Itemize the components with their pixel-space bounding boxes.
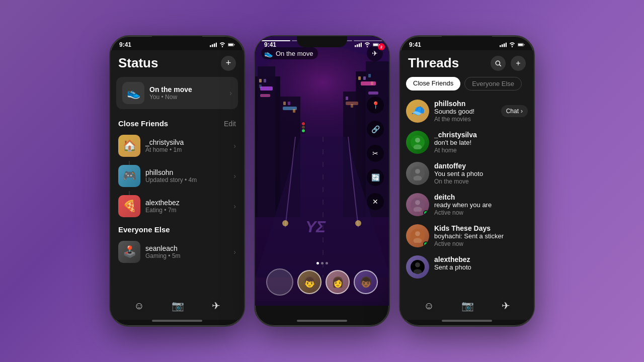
info-phillsohn: phillsohn Updated story • 4m	[145, 168, 228, 184]
thread-item-dantoffey[interactable]: dantoffey You sent a photo On the move	[400, 158, 534, 189]
thread-item-christysilva[interactable]: _christysilva don't be late! At home	[400, 127, 534, 158]
status-item-christysilva[interactable]: 🏠 _christysilva At home • 1m ›	[110, 131, 244, 161]
status-item-phillsohn[interactable]: 🎮 phillsohn Updated story • 4m ›	[110, 161, 244, 191]
svg-rect-1	[212, 44, 213, 47]
story-close-button[interactable]: ✕	[367, 193, 384, 210]
active-dot-deitch	[423, 210, 429, 216]
info-thread-dantoffey: dantoffey You sent a photo On the move	[434, 162, 528, 185]
svg-rect-6	[228, 44, 233, 46]
everyone-else-header: Everyone Else	[110, 221, 244, 237]
svg-rect-3	[216, 43, 217, 47]
story-link-button[interactable]: 🔗	[367, 121, 384, 138]
threads-tabs: Close Friends Everyone Else	[400, 75, 534, 96]
svg-rect-34	[358, 76, 361, 80]
deitch-avatar-img	[411, 198, 425, 212]
svg-rect-37	[371, 81, 373, 85]
status-icons-3	[500, 42, 525, 47]
story-avatar-0[interactable]	[266, 268, 293, 296]
avatar-thread-phillsohn: 🧢	[406, 100, 429, 123]
status-icons-1	[210, 42, 235, 47]
thread-item-alexthebez-3[interactable]: alexthebez Sent a photo	[400, 251, 534, 283]
avatar-thread-christysilva	[406, 131, 429, 154]
svg-rect-13	[373, 44, 378, 46]
info-seanleach: seanleach Gaming • 5m	[145, 244, 228, 259]
svg-rect-0	[210, 45, 211, 47]
nav-emoji-1[interactable]: ☺	[134, 300, 144, 312]
svg-rect-32	[288, 102, 290, 105]
svg-rect-5	[234, 44, 234, 45]
svg-rect-8	[357, 44, 358, 47]
phone-threads: 9:41 Threads +	[399, 35, 535, 327]
status-time-2: 9:41	[264, 41, 276, 48]
info-christysilva: _christysilva At home • 1m	[145, 138, 228, 153]
my-status-chevron: ›	[229, 89, 232, 97]
add-status-button[interactable]: +	[221, 56, 236, 71]
home-indicator-3	[442, 320, 492, 322]
tab-close-friends[interactable]: Close Friends	[406, 77, 460, 90]
info-thread-alexthebez-3: alexthebez Sent a photo	[434, 255, 528, 271]
svg-rect-51	[500, 45, 501, 47]
avatar-christysilva: 🏠	[118, 135, 140, 157]
svg-rect-28	[259, 79, 262, 82]
thread-item-phillsohn[interactable]: 🧢 phillsohn Sounds good! At the movies C…	[400, 96, 534, 127]
close-friends-title: Close Friends	[118, 119, 168, 128]
chat-button-phillsohn[interactable]: Chat ›	[501, 105, 528, 117]
wifi-icon-2	[364, 42, 371, 47]
edit-close-friends-button[interactable]: Edit	[224, 120, 236, 128]
svg-point-47	[302, 122, 305, 125]
new-thread-button[interactable]: +	[511, 56, 526, 71]
svg-rect-2	[214, 43, 215, 47]
nav-send-3[interactable]: ✈	[502, 300, 510, 312]
svg-rect-35	[363, 76, 366, 80]
sub-phillsohn: Updated story • 4m	[145, 176, 228, 184]
thread-sub-dantoffey: On the move	[434, 178, 528, 185]
thread-name-phillsohn: phillsohn	[434, 100, 496, 108]
svg-rect-9	[359, 43, 360, 47]
thread-name-alexthebez-3: alexthebez	[434, 255, 528, 263]
svg-rect-56	[524, 44, 524, 45]
story-rotate-button[interactable]: 🔄	[367, 169, 384, 186]
nav-camera-3[interactable]: 📷	[461, 300, 474, 312]
location-icon: 📍	[371, 101, 380, 109]
status-bar-2: 9:41	[255, 36, 389, 50]
signal-icon-1	[210, 42, 217, 47]
chevron-christysilva: ›	[233, 142, 236, 150]
story-avatar-2[interactable]: 👩	[326, 270, 350, 294]
wifi-icon-3	[509, 42, 516, 47]
svg-rect-57	[518, 44, 523, 46]
search-button[interactable]	[491, 56, 506, 71]
story-avatar-3[interactable]: 👦🏾	[354, 270, 378, 294]
dot-3	[326, 262, 328, 264]
nav-emoji-3[interactable]: ☺	[424, 300, 434, 312]
avatar-phillsohn: 🎮	[118, 165, 140, 187]
svg-rect-10	[361, 43, 362, 47]
nav-send-1[interactable]: ✈	[212, 300, 220, 312]
status-item-alexthebez[interactable]: 🍕 alexthebez Eating • 7m ›	[110, 191, 244, 221]
dot-2	[321, 262, 324, 264]
status-item-seanleach[interactable]: 🕹️ seanleach Gaming • 5m ›	[110, 237, 244, 267]
thread-msg-kids: boyhachi: Sent a sticker	[434, 232, 528, 240]
my-status-card[interactable]: 👟 On the move You • Now ›	[116, 77, 238, 109]
svg-point-73	[415, 262, 420, 267]
thread-item-deitch[interactable]: deitch ready when you are Active now	[400, 189, 534, 220]
svg-rect-31	[283, 102, 286, 105]
nav-camera-1[interactable]: 📷	[172, 300, 184, 312]
thread-msg-christysilva: don't be late!	[434, 139, 528, 146]
story-scissors-button[interactable]: ✂	[367, 145, 384, 162]
info-thread-phillsohn: phillsohn Sounds good! At the movies	[434, 100, 496, 123]
svg-rect-23	[260, 94, 270, 97]
close-friends-header: Close Friends Edit	[110, 115, 244, 131]
story-avatar-1[interactable]: 👦	[297, 270, 321, 294]
info-alexthebez: alexthebez Eating • 7m	[145, 199, 228, 214]
story-location-button[interactable]: 📍	[367, 97, 384, 114]
scissors-icon: ✂	[372, 149, 378, 157]
svg-rect-25	[361, 81, 376, 85]
svg-rect-38	[346, 97, 348, 100]
svg-rect-12	[379, 44, 379, 45]
story-bottom: 👦 👩 👦🏾	[255, 262, 389, 296]
thread-sub-kids: Active now	[434, 240, 528, 247]
story-viewer-avatars: 👦 👩 👦🏾	[255, 268, 389, 296]
story-shoe-icon: 👟	[264, 49, 273, 57]
thread-item-kids[interactable]: Kids These Days boyhachi: Sent a sticker…	[400, 220, 534, 251]
tab-everyone-else[interactable]: Everyone Else	[464, 77, 522, 90]
